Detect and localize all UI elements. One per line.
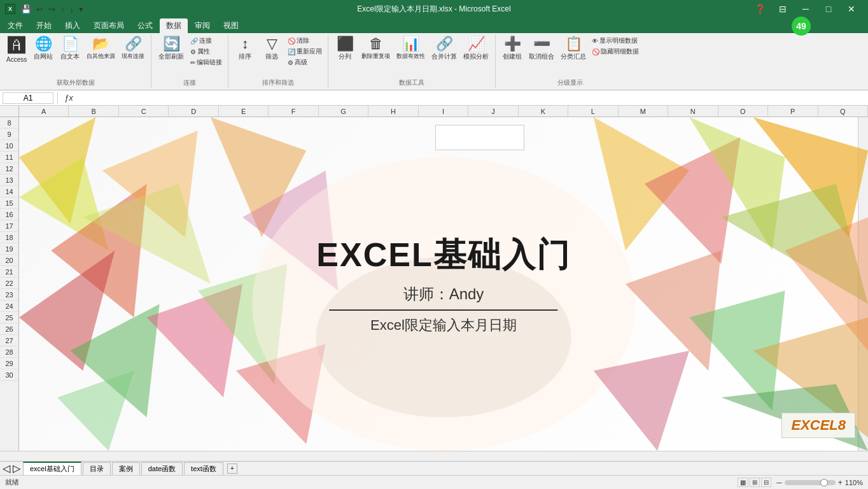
filter-btn[interactable]: ▽ 筛选	[259, 36, 284, 62]
sort-btn[interactable]: ↕ 排序	[232, 36, 258, 62]
filter-label: 筛选	[265, 52, 278, 61]
sheet-tab-text-func[interactable]: text函数	[184, 462, 223, 475]
existing-connections-btn[interactable]: 🔗 现有连接	[119, 36, 147, 62]
row-24: 24	[0, 301, 18, 312]
show-detail-btn[interactable]: 👁 显示明细数据	[590, 36, 641, 46]
row-12: 12	[0, 163, 18, 174]
quick-access-toolbar: 💾 ↩ ↪ ↑ ↓ ▾	[19, 4, 85, 15]
tab-review[interactable]: 审阅	[188, 18, 216, 33]
help-btn[interactable]: ❓	[748, 0, 771, 18]
page-break-btn[interactable]: ⊟	[761, 478, 771, 487]
redo-quick-btn[interactable]: ↪	[46, 4, 57, 15]
page-layout-btn[interactable]: ⊞	[750, 478, 760, 487]
scroll-tabs-right[interactable]: ▷	[13, 462, 20, 474]
reapply-btn[interactable]: 🔄 重新应用	[286, 46, 324, 57]
status-text: 就绪	[5, 478, 19, 487]
tab-formula[interactable]: 公式	[131, 18, 159, 33]
excel8-watermark: EXCEL 8	[781, 413, 855, 438]
col-P: P	[768, 106, 818, 117]
save-quick-btn[interactable]: 💾	[19, 4, 33, 15]
maximize-btn[interactable]: □	[817, 0, 840, 18]
ungroup-btn[interactable]: ➖ 取消组合	[526, 36, 557, 62]
other-sources-btn[interactable]: 📂 自其他来源	[84, 36, 118, 62]
minimize-btn[interactable]: ─	[794, 0, 817, 18]
window-title: Excel限定输入本月日期.xlsx - Microsoft Excel	[357, 4, 510, 15]
title-bar: X 💾 ↩ ↪ ↑ ↓ ▾ Excel限定输入本月日期.xlsx - Micro…	[0, 0, 868, 18]
zoom-out-btn[interactable]: ─	[776, 478, 782, 487]
ungroup-label: 取消组合	[529, 52, 554, 61]
clear-btn[interactable]: 🚫 清除	[286, 36, 324, 46]
data-validation-btn[interactable]: 📊 数据有效性	[394, 36, 428, 62]
web-btn[interactable]: 🌐 自网站	[31, 36, 56, 62]
row-numbers: 8 9 10 11 12 13 14 15 16 17 18 19 20 21 …	[0, 117, 19, 451]
what-if-btn[interactable]: 📈 模拟分析	[461, 36, 491, 62]
notification-badge: 49	[792, 17, 811, 36]
zoom-in-btn[interactable]: +	[838, 478, 843, 487]
row-25: 25	[0, 312, 18, 323]
tab-insert[interactable]: 插入	[59, 18, 87, 33]
advanced-btn[interactable]: ⚙ 高级	[286, 57, 324, 67]
hide-detail-btn[interactable]: 🚫 隐藏明细数据	[590, 46, 641, 57]
slide-background: EXCEL基础入门 讲师：Andy Excel限定输入本月日期 EXCEL 8	[19, 117, 868, 451]
outline-buttons: ➕ 创建组 ➖ 取消组合 📋 分类汇总 👁 显示明细数据	[500, 36, 641, 78]
conn-link-btn[interactable]: 🔗 连接	[188, 36, 224, 46]
hide-detail-label: 隐藏明细数据	[601, 47, 639, 56]
refresh-all-btn[interactable]: 🔄 全部刷新	[155, 36, 187, 62]
properties-label: 属性	[197, 47, 210, 56]
sheet-content-area[interactable]: EXCEL基础入门 讲师：Andy Excel限定输入本月日期 EXCEL 8	[19, 117, 868, 451]
sort-asc-quick-btn[interactable]: ↑	[59, 4, 67, 15]
validation-icon: 📊	[402, 37, 419, 51]
sheet-tab-date-func[interactable]: date函数	[141, 462, 183, 475]
ribbon-group-sort-filter: ↕ 排序 ▽ 筛选 🚫 清除 🔄 重新应用	[228, 34, 328, 89]
custom-quick-btn[interactable]: ▾	[77, 4, 85, 15]
edit-links-btn[interactable]: ✏ 编辑链接	[188, 57, 224, 67]
group-btn[interactable]: ➕ 创建组	[500, 36, 525, 62]
title-left: X 💾 ↩ ↪ ↑ ↓ ▾	[5, 4, 85, 15]
tab-view[interactable]: 视图	[217, 18, 245, 33]
text-btn[interactable]: 📄 自文本	[57, 36, 83, 62]
subtotal-btn[interactable]: 📋 分类汇总	[558, 36, 589, 62]
normal-view-btn[interactable]: ▦	[738, 478, 748, 487]
scroll-tabs-left[interactable]: ◁	[3, 462, 10, 474]
add-sheet-btn[interactable]: +	[227, 464, 237, 474]
tab-file[interactable]: 文件	[1, 18, 29, 33]
tab-page-layout[interactable]: 页面布局	[87, 18, 130, 33]
column-headers: A B C D E F G H I J K L M N O P Q	[0, 106, 868, 117]
name-box[interactable]	[3, 92, 53, 104]
tab-data[interactable]: 数据	[160, 18, 188, 33]
sheet-tab-case[interactable]: 案例	[112, 462, 140, 475]
sort-desc-quick-btn[interactable]: ↓	[68, 4, 76, 15]
zoom-slider[interactable]	[785, 480, 836, 485]
col-K: K	[519, 106, 568, 117]
cell-text-box[interactable]	[435, 125, 524, 150]
edit-links-icon: ✏	[190, 59, 195, 66]
row-28: 28	[0, 346, 18, 358]
close-btn[interactable]: ✕	[840, 0, 863, 18]
properties-icon: ⚙	[190, 48, 196, 55]
remove-dup-btn[interactable]: 🗑 删除重复项	[359, 36, 393, 62]
formula-input[interactable]	[78, 93, 865, 103]
row-19: 19	[0, 243, 18, 255]
horizontal-scrollbar[interactable]	[19, 451, 858, 461]
sheet-tab-excel-intro[interactable]: excel基础入门	[23, 462, 81, 475]
refresh-icon: 🔄	[163, 37, 180, 51]
group-title-sort: 排序和筛选	[232, 78, 324, 87]
ribbon-display-btn[interactable]: ⊟	[771, 0, 794, 18]
row-29: 29	[0, 358, 18, 369]
group-label: 创建组	[503, 52, 522, 61]
web-label: 自网站	[34, 52, 53, 61]
tab-home[interactable]: 开始	[30, 18, 58, 33]
sheet-tab-toc[interactable]: 目录	[83, 462, 111, 475]
excel8-num-text: 8	[838, 417, 846, 434]
properties-btn[interactable]: ⚙ 属性	[188, 46, 224, 57]
undo-quick-btn[interactable]: ↩	[34, 4, 45, 15]
split-col-btn[interactable]: ⬛ 分列	[332, 36, 358, 62]
zoom-thumb[interactable]	[820, 479, 828, 486]
consolidate-btn[interactable]: 🔗 合并计算	[429, 36, 459, 62]
split-icon: ⬛	[337, 37, 354, 51]
access-btn[interactable]: 🅰 Access	[4, 36, 29, 64]
ungroup-icon: ➖	[533, 37, 550, 51]
outline-small-group: 👁 显示明细数据 🚫 隐藏明细数据	[590, 36, 641, 57]
ribbon-tab-bar: 文件 开始 插入 页面布局 公式 数据 审阅 视图 49	[0, 18, 868, 33]
group-icon: ➕	[504, 37, 521, 51]
